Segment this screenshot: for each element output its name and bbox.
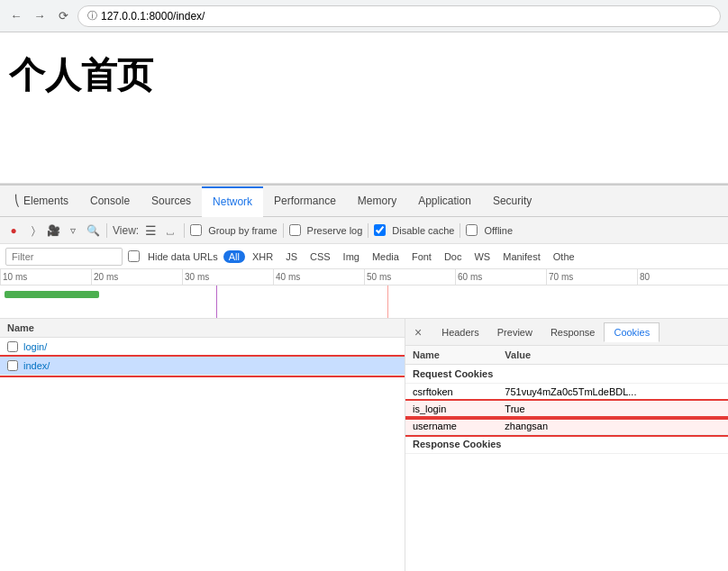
- filter-tag-media[interactable]: Media: [367, 250, 405, 263]
- tab-preview[interactable]: Preview: [488, 323, 541, 341]
- tick-70: 70 ms: [546, 269, 637, 285]
- timeline-line-2: [387, 286, 388, 319]
- index-row-name: index/: [23, 360, 50, 371]
- filter-input[interactable]: [5, 248, 123, 266]
- table-row[interactable]: csrftoken 751vuy4mZa0c5TmLdeBDL...: [405, 384, 728, 401]
- timeline: 10 ms 20 ms 30 ms 40 ms 50 ms 60 ms 70 m…: [0, 269, 728, 319]
- col-name-header: Name: [405, 346, 497, 365]
- network-toolbar: ● 〉 🎥 ▿ 🔍 View: ☰ ⎵ Group by frame Prese…: [0, 217, 728, 244]
- view-list-button[interactable]: ☰: [142, 222, 159, 239]
- filter-tag-xhr[interactable]: XHR: [247, 250, 278, 263]
- record-button[interactable]: ●: [5, 222, 22, 239]
- page-content: 个人首页: [0, 32, 728, 184]
- tab-console[interactable]: Console: [79, 186, 141, 216]
- back-button[interactable]: ←: [7, 7, 25, 25]
- tab-elements[interactable]: ⎝ Elements: [4, 186, 79, 216]
- login-row-checkbox[interactable]: [7, 341, 18, 352]
- tab-elements-icon: ⎝: [14, 195, 20, 207]
- cookie-name-csrftoken: csrftoken: [405, 384, 497, 401]
- cookie-name-is-login: is_login: [405, 401, 497, 418]
- cookie-value-is-login: True: [497, 401, 728, 418]
- tick-60: 60 ms: [455, 269, 546, 285]
- separator-5: [460, 223, 460, 238]
- clear-button[interactable]: 〉: [25, 222, 41, 239]
- request-cookies-label: Request Cookies: [405, 365, 728, 384]
- table-row[interactable]: username zhangsan: [405, 418, 728, 435]
- view-waterfall-button[interactable]: ⎵: [162, 222, 178, 239]
- tab-memory[interactable]: Memory: [347, 186, 407, 216]
- filter-tag-manifest[interactable]: Manifest: [497, 250, 546, 263]
- devtools-main: Name login/ index/ × Headers Preview Res…: [0, 319, 728, 571]
- index-row-checkbox[interactable]: [7, 360, 18, 371]
- reload-button[interactable]: ⟳: [54, 7, 72, 25]
- table-row[interactable]: is_login True: [405, 401, 728, 418]
- filter-tag-doc[interactable]: Doc: [439, 250, 468, 263]
- tab-cookies[interactable]: Cookies: [604, 322, 660, 342]
- cookie-value-csrftoken: 751vuy4mZa0c5TmLdeBDL...: [497, 384, 728, 401]
- tick-80: 80: [637, 269, 728, 285]
- filter-tags: All XHR JS CSS Img Media Font Doc WS Man…: [223, 250, 580, 263]
- group-by-frame-checkbox[interactable]: [190, 224, 202, 236]
- separator-4: [368, 223, 369, 238]
- close-panel-button[interactable]: ×: [409, 325, 427, 340]
- group-by-frame-label: Group by frame: [208, 225, 277, 236]
- response-cookies-header-row: Response Cookies: [405, 435, 728, 454]
- tick-10: 10 ms: [0, 269, 91, 285]
- timeline-bar-login: [5, 291, 99, 298]
- name-panel: Name login/ index/: [0, 319, 405, 571]
- tab-application[interactable]: Application: [407, 186, 482, 216]
- devtools-panel: ⎝ Elements Console Sources Network Perfo…: [0, 184, 728, 571]
- separator-1: [106, 223, 107, 238]
- tick-20: 20 ms: [91, 269, 182, 285]
- filter-tag-ws[interactable]: WS: [469, 250, 496, 263]
- cookie-name-username: username: [405, 418, 497, 435]
- filter-tag-img[interactable]: Img: [338, 250, 365, 263]
- response-cookies-label: Response Cookies: [405, 435, 728, 454]
- url-text: 127.0.0.1:8000/index/: [101, 10, 205, 23]
- filter-tag-js[interactable]: JS: [280, 250, 303, 263]
- search-button[interactable]: 🔍: [85, 222, 101, 239]
- filter-button[interactable]: ▿: [65, 222, 81, 239]
- offline-checkbox[interactable]: [466, 224, 478, 236]
- login-row-name: login/: [23, 341, 47, 352]
- table-row[interactable]: login/: [0, 338, 405, 357]
- cookies-content: Name Value Request Cookies csrftoken 751…: [405, 346, 728, 571]
- table-row[interactable]: index/: [0, 357, 405, 376]
- forward-button[interactable]: →: [31, 7, 49, 25]
- separator-2: [184, 223, 185, 238]
- right-panel-tabs: × Headers Preview Response Cookies: [405, 319, 728, 346]
- filter-tag-other[interactable]: Othe: [548, 250, 580, 263]
- preserve-log-label: Preserve log: [307, 225, 363, 236]
- tab-security[interactable]: Security: [482, 186, 542, 216]
- page-title: 个人首页: [9, 50, 719, 100]
- tab-response[interactable]: Response: [541, 323, 605, 341]
- offline-label: Offline: [484, 225, 513, 236]
- filter-tag-css[interactable]: CSS: [305, 250, 336, 263]
- filter-bar: Hide data URLs All XHR JS CSS Img Media …: [0, 244, 728, 269]
- disable-cache-label: Disable cache: [392, 225, 454, 236]
- devtools-tabs: ⎝ Elements Console Sources Network Perfo…: [0, 186, 728, 217]
- tick-30: 30 ms: [182, 269, 273, 285]
- screenshot-button[interactable]: 🎥: [45, 222, 61, 239]
- disable-cache-checkbox[interactable]: [374, 224, 386, 236]
- tab-network[interactable]: Network: [202, 186, 263, 217]
- lock-icon: ⓘ: [87, 9, 97, 23]
- cookies-table: Name Value Request Cookies csrftoken 751…: [405, 346, 728, 454]
- hide-data-urls-checkbox[interactable]: [128, 250, 140, 262]
- right-panel: × Headers Preview Response Cookies Name …: [405, 319, 728, 571]
- view-label: View:: [113, 224, 139, 237]
- browser-toolbar: ← → ⟳ ⓘ 127.0.0.1:8000/index/: [0, 0, 728, 32]
- tab-headers[interactable]: Headers: [432, 323, 488, 341]
- tab-sources[interactable]: Sources: [141, 186, 202, 216]
- timeline-line-index: [216, 286, 217, 319]
- request-cookies-header-row: Request Cookies: [405, 365, 728, 384]
- col-value-header: Value: [497, 346, 728, 365]
- name-panel-header: Name: [0, 319, 405, 338]
- tab-performance[interactable]: Performance: [263, 186, 347, 216]
- address-bar[interactable]: ⓘ 127.0.0.1:8000/index/: [77, 5, 721, 27]
- cookie-value-username: zhangsan: [497, 418, 728, 435]
- filter-tag-all[interactable]: All: [223, 250, 245, 263]
- tick-50: 50 ms: [364, 269, 455, 285]
- preserve-log-checkbox[interactable]: [289, 224, 301, 236]
- filter-tag-font[interactable]: Font: [406, 250, 437, 263]
